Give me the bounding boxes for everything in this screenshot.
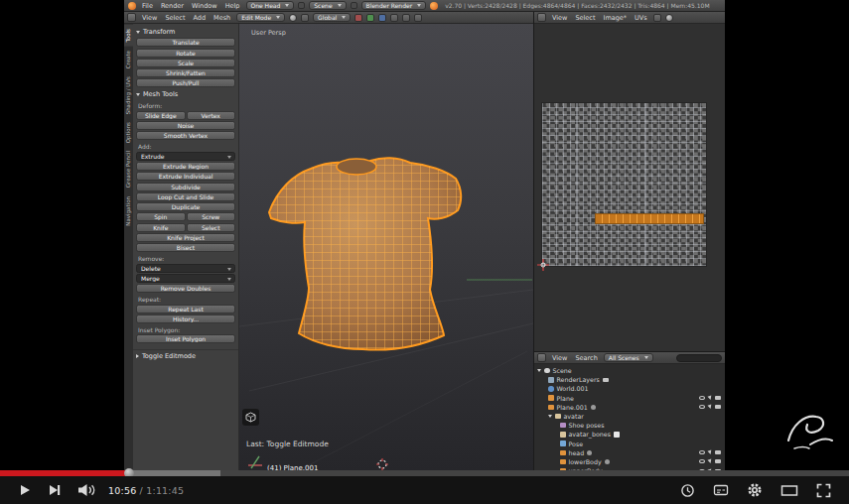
video-frame[interactable]: File Render Window Help One Head Scene B… [0,0,849,476]
uv-menu-view[interactable]: View [550,14,569,22]
channel-watermark-icon[interactable] [780,405,836,458]
view3d-menu-mesh[interactable]: Mesh [212,14,232,22]
camera-icon[interactable] [603,378,609,382]
extrude-menu-button[interactable]: Extrude [136,152,235,161]
loop-cut-button[interactable]: Loop Cut and Slide [136,192,235,201]
menu-help[interactable]: Help [223,2,242,10]
expand-icon[interactable] [537,369,541,372]
duplicate-button[interactable]: Duplicate [136,202,235,211]
subdivide-button[interactable]: Subdivide [136,183,235,191]
selectability-icon[interactable] [707,459,712,464]
next-button[interactable] [40,479,70,501]
smooth-vertex-button[interactable]: Smooth Vertex [136,131,235,140]
slide-edge-button[interactable]: Slide Edge [136,111,186,120]
view3d-menu-view[interactable]: View [140,14,159,22]
tab-grease-pencil[interactable]: Grease Pencil [124,147,133,191]
outliner-search-input[interactable] [676,354,722,362]
outliner-row-renderlayers[interactable]: RenderLayers [534,375,725,384]
repeat-last-button[interactable]: Repeat Last [136,305,235,314]
renderability-icon[interactable] [715,450,721,454]
manipulator-translate-icon[interactable] [354,14,362,22]
manipulator-rotate-icon[interactable] [366,14,374,22]
editor-type-icon[interactable] [127,13,136,22]
uv-menu-image[interactable]: Image* [602,14,630,22]
editor-type-icon[interactable] [537,13,546,22]
shirt-mesh[interactable] [259,149,470,352]
visibility-eye-icon[interactable] [699,459,705,463]
visibility-eye-icon[interactable] [699,405,705,409]
panel-header-transform[interactable]: Transform [133,26,238,37]
knife-button[interactable]: Knife [136,223,186,232]
tab-tools[interactable]: Tools [124,25,133,47]
theater-mode-button[interactable] [773,479,806,501]
volume-button[interactable] [70,479,104,501]
play-button[interactable] [10,479,40,501]
renderability-icon[interactable] [715,396,721,400]
outliner-menu-view[interactable]: View [550,354,569,362]
tab-options[interactable]: Options [124,118,133,147]
transform-orientation-select[interactable]: Global [313,13,351,22]
outliner-row-lowerbody[interactable]: lowerBody [534,457,725,466]
outliner-menu-search[interactable]: Search [573,354,599,362]
scene-select[interactable]: Scene [309,1,346,10]
mode-select[interactable]: Edit Mode [236,13,285,22]
inset-polygon-button[interactable]: Inset Polygon [136,334,235,343]
selectability-icon[interactable] [707,396,712,401]
translate-button[interactable]: Translate [136,38,235,47]
extrude-region-button[interactable]: Extrude Region [136,162,235,171]
remove-doubles-button[interactable]: Remove Doubles [136,284,235,293]
tab-navigation[interactable]: Navigation [124,192,133,230]
menu-file[interactable]: File [140,2,155,10]
view3d-menu-select[interactable]: Select [163,14,187,22]
outliner-row-plane[interactable]: Plane [534,394,725,403]
screen-layout-select[interactable]: One Head [246,1,295,10]
panel-header-toggle-editmode[interactable]: Toggle Editmode [133,349,238,361]
watch-later-button[interactable] [672,479,703,501]
renderability-icon[interactable] [715,405,721,409]
scene-close-button[interactable] [351,2,357,9]
view3d-menu-add[interactable]: Add [192,14,209,22]
outliner-row-world[interactable]: World.001 [534,384,725,393]
history-button[interactable]: History... [136,315,235,323]
outliner-row-avatar[interactable]: avatar [534,412,725,421]
tab-shading-uvs[interactable]: Shading / UVs [124,72,133,118]
edit-pencil-icon[interactable] [614,432,620,438]
tab-create[interactable]: Create [124,47,133,72]
menu-window[interactable]: Window [190,2,219,10]
render-opengl-icon[interactable] [414,14,422,22]
outliner-row-pose[interactable]: Pose [534,440,725,448]
outliner-row-head[interactable]: head [534,448,725,457]
settings-button[interactable] [739,479,771,501]
uv-canvas[interactable] [534,24,725,351]
screen-close-button[interactable] [298,2,305,9]
image-browse-icon[interactable] [653,14,661,22]
snap-magnet-icon[interactable] [390,14,398,22]
captions-button[interactable] [705,479,737,501]
expand-icon[interactable] [548,415,552,418]
outliner-row-avatar-bones[interactable]: avatar_bones [534,430,725,439]
screw-button[interactable]: Screw [187,212,236,221]
uv-menu-uvs[interactable]: UVs [633,14,649,22]
bisect-button[interactable]: Bisect [136,243,235,252]
uv-menu-select[interactable]: Select [573,14,597,22]
selectability-icon[interactable] [707,450,712,455]
outliner-row-shoe-poses[interactable]: Shoe poses [534,421,725,430]
selectability-icon[interactable] [707,405,712,410]
render-engine-select[interactable]: Blender Render [361,1,427,10]
spin-button[interactable]: Spin [136,212,186,221]
pivot-center-icon[interactable] [301,14,309,22]
menu-render[interactable]: Render [159,2,186,10]
viewport-3d[interactable]: User Persp [239,24,533,470]
rotate-button[interactable]: Rotate [136,49,235,58]
fullscreen-button[interactable] [808,479,839,501]
scale-button[interactable]: Scale [136,59,235,67]
outliner-row-plane001[interactable]: Plane.001 [534,403,725,412]
merge-menu-button[interactable]: Merge [136,274,235,283]
visibility-eye-icon[interactable] [699,396,705,400]
viewport-shading-icon[interactable] [289,14,297,22]
visibility-eye-icon[interactable] [699,450,705,454]
editor-type-icon[interactable] [537,353,546,362]
knife-project-button[interactable]: Knife Project [136,233,235,242]
renderability-icon[interactable] [715,459,721,463]
slide-vertex-button[interactable]: Vertex [187,111,236,120]
